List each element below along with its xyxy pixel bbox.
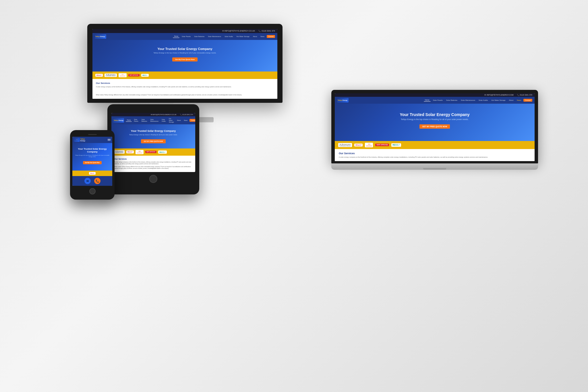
desktop-badges: Which? The MicrogenerationCertification … xyxy=(92,72,277,79)
tablet-services-diff: What makes Tethys Energy different from … xyxy=(114,166,192,170)
laptop-hero: Your Trusted Solar Energy Company Tethys… xyxy=(335,104,535,141)
laptop-display: ✉ INFO@TETHYS-ENERGY.COM 📞 0118 3341 374… xyxy=(335,93,535,161)
tablet-nav: Tethys Energy Home Solar Panels Solar Ba… xyxy=(111,116,195,124)
laptop-topbar: ✉ INFO@TETHYS-ENERGY.COM 📞 0118 3341 374 xyxy=(335,93,535,97)
tablet-cta-button[interactable]: GET MY FREE QUOTE NOW xyxy=(141,139,166,143)
badge-which: Which? xyxy=(95,74,103,77)
mobile-bezel: T Tethys Energy Your Tru xyxy=(70,130,115,200)
laptop-badge-napit: NAPIT APPROVED xyxy=(375,144,389,146)
tablet-badge-mcs: The MicrogenerationCertification Scheme xyxy=(114,150,125,154)
mobile-speaker xyxy=(88,134,97,135)
tablet-topbar: ✉ INFO@TETHYS-ENERGY.CO.UK 📞 0118 3341 3… xyxy=(111,113,195,116)
laptop-services-title: Our Services xyxy=(339,152,531,155)
nav-hot-water: Hot Water Storage xyxy=(235,35,251,38)
nav-solar-audits: Solar Audits xyxy=(223,35,234,38)
tablet-nav-items: Home Solar Panels Solar Batteries Solar … xyxy=(126,117,195,123)
laptop-cta-button[interactable]: GET MY FREE QUOTE NOW xyxy=(419,124,450,129)
laptop-nav-audits: Solar Audits xyxy=(477,99,489,102)
tablet-bezel: ✉ INFO@TETHYS-ENERGY.CO.UK 📞 0118 3341 3… xyxy=(107,104,199,194)
laptop-nav-batteries: Solar Batteries xyxy=(445,99,459,102)
tablet-services-desc: A solar energy company at the forefront … xyxy=(114,161,192,165)
laptop-nav-news: News xyxy=(516,99,522,102)
desktop-services-diff: What makes Tethys Energy different from … xyxy=(96,94,274,96)
desktop-topbar: ✉ INFO@TETHYS-ENERGY.CO.UK 📞 0118 3341 3… xyxy=(92,29,277,33)
laptop-hero-title: Your Trusted Solar Energy Company xyxy=(341,112,529,117)
desktop-hero: Your Trusted Solar Energy Company Tethys… xyxy=(92,40,277,72)
tablet-hero-subtitle: Tethys Energy is the top choice in Readi… xyxy=(114,134,192,136)
laptop-nav-contact[interactable]: Contact xyxy=(523,99,532,102)
nav-news: News xyxy=(259,35,266,38)
badge-mcs: The MicrogenerationCertification Scheme xyxy=(105,74,117,77)
mockup-scene: ✉ INFO@TETHYS-ENERGY.CO.UK 📞 0118 3341 3… xyxy=(36,24,552,368)
tablet-nav-hot-water: Hot Water Storage xyxy=(168,117,175,123)
monitor-display: ✉ INFO@TETHYS-ENERGY.CO.UK 📞 0118 3341 3… xyxy=(92,29,277,99)
tablet-hero-title: Your Trusted Solar Energy Company xyxy=(114,130,192,132)
tablet-nav-news: News xyxy=(183,119,189,122)
laptop-badges: The MicrogenerationCertification Scheme … xyxy=(335,141,535,149)
desktop-nav-items: Home Solar Panels Solar Batteries Solar … xyxy=(173,35,275,38)
mobile-home-button[interactable] xyxy=(89,188,96,194)
mobile-footer: ✉ 📞 xyxy=(72,176,112,186)
tablet-nav-home: Home xyxy=(126,119,132,122)
mobile-cta-button[interactable]: Get My Free Quote Now xyxy=(83,161,102,164)
laptop-nav-items: Home Solar Panels Solar Batteries Solar … xyxy=(424,99,532,102)
laptop-nav-hot-water: Hot Water Storage xyxy=(490,99,506,102)
mobile-hero-title: Your Trusted Solar Energy Company xyxy=(75,148,110,154)
desktop-cta-button[interactable]: Get My Free Quote Now xyxy=(172,57,198,61)
laptop-services-desc: A solar energy company at the forefront … xyxy=(339,156,531,159)
laptop-badge-mcs: The MicrogenerationCertification Scheme xyxy=(338,143,352,147)
mobile-mockup: T Tethys Energy Your Tru xyxy=(70,130,115,200)
hamburger-icon[interactable] xyxy=(108,139,111,141)
tablet-badge-which: Which? xyxy=(126,150,134,153)
tablet-nav-contact[interactable]: Contact xyxy=(189,119,195,122)
desktop-services-desc: A solar energy company at the forefront … xyxy=(96,86,274,88)
mobile-display: T Tethys Energy Your Tru xyxy=(72,137,112,186)
tablet-nav-audits: Solar Audits xyxy=(160,118,167,123)
mobile-badges: Which? xyxy=(72,171,112,176)
tablet-nav-batteries: Solar Batteries xyxy=(140,118,148,123)
laptop-services: Our Services A solar energy company at t… xyxy=(335,149,535,161)
tablet-badges: The MicrogenerationCertification Scheme … xyxy=(111,148,195,156)
tablet-home-button[interactable] xyxy=(149,175,157,183)
tablet-display: ✉ INFO@TETHYS-ENERGY.CO.UK 📞 0118 3341 3… xyxy=(111,113,195,172)
nav-contact[interactable]: Contact xyxy=(267,35,275,38)
laptop-logo: Tethys Energy xyxy=(337,98,349,103)
tablet-services-title: Our Services xyxy=(114,158,192,160)
desktop-hero-title: Your Trusted Solar Energy Company xyxy=(97,47,273,51)
tablet-nav-maintenance: Solar Maintenance xyxy=(149,118,160,123)
desktop-nav: Tethys Energy Home Solar Panels Solar Ba… xyxy=(92,33,277,40)
laptop-nav: Tethys Energy Home Solar Panels Solar Ba… xyxy=(335,97,535,104)
nav-solar-panels: Solar Panels xyxy=(181,35,192,38)
monitor-bezel: ✉ INFO@TETHYS-ENERGY.CO.UK 📞 0118 3341 3… xyxy=(87,24,283,103)
laptop-badge-which: Which? xyxy=(354,144,363,146)
nav-solar-batteries: Solar Batteries xyxy=(193,35,206,38)
tablet-badge-napit: NAPIT APPROVED xyxy=(145,151,156,153)
badge-rating: 4.9 ★★★★★ xyxy=(119,73,127,77)
laptop-nav-about: About xyxy=(508,99,515,102)
laptop-mockup: ✉ INFO@TETHYS-ENERGY.COM 📞 0118 3341 374… xyxy=(331,90,538,170)
mobile-phone-button[interactable]: 📞 xyxy=(94,178,100,184)
mobile-header: T Tethys Energy xyxy=(72,137,112,143)
tablet-hero: Your Trusted Solar Energy Company Tethys… xyxy=(111,124,195,148)
badge-recc: RECC✓ xyxy=(141,74,149,77)
nav-about: About xyxy=(252,35,258,38)
mobile-logo: T Tethys Energy xyxy=(74,138,85,142)
desktop-services-title: Our Services xyxy=(96,82,274,84)
mobile-hero: Your Trusted Solar Energy Company Tethys… xyxy=(72,143,112,171)
desktop-phone: 📞 0118 3341 374 xyxy=(258,30,275,32)
laptop-nav-maintenance: Solar Maintenance xyxy=(460,99,476,102)
laptop-hero-subtitle: Tethys Energy is the top choice in Readi… xyxy=(341,118,529,120)
desktop-hero-subtitle: Tethys Energy is the top choice in Readi… xyxy=(97,52,273,54)
tablet-badge-recc: RECC✓ xyxy=(158,150,167,154)
nav-home: Home xyxy=(173,35,179,38)
tablet-services: Our Services A solar energy company at t… xyxy=(111,156,195,172)
laptop-badge-recc: RECC✓ xyxy=(391,143,401,147)
desktop-services: Our Services A solar energy company at t… xyxy=(92,79,277,99)
tablet-badge-rating: 4.9 ★★★★★ xyxy=(136,150,144,154)
tablet-mockup: ✉ INFO@TETHYS-ENERGY.CO.UK 📞 0118 3341 3… xyxy=(107,104,199,194)
desktop-logo: Tethys Energy xyxy=(95,34,106,39)
tablet-nav-solar-panels: Solar Panels xyxy=(133,118,139,123)
desktop-email: ✉ INFO@TETHYS-ENERGY.CO.UK xyxy=(222,30,255,32)
laptop-bezel: ✉ INFO@TETHYS-ENERGY.COM 📞 0118 3341 374… xyxy=(331,90,538,164)
mobile-email-button[interactable]: ✉ xyxy=(84,178,91,184)
